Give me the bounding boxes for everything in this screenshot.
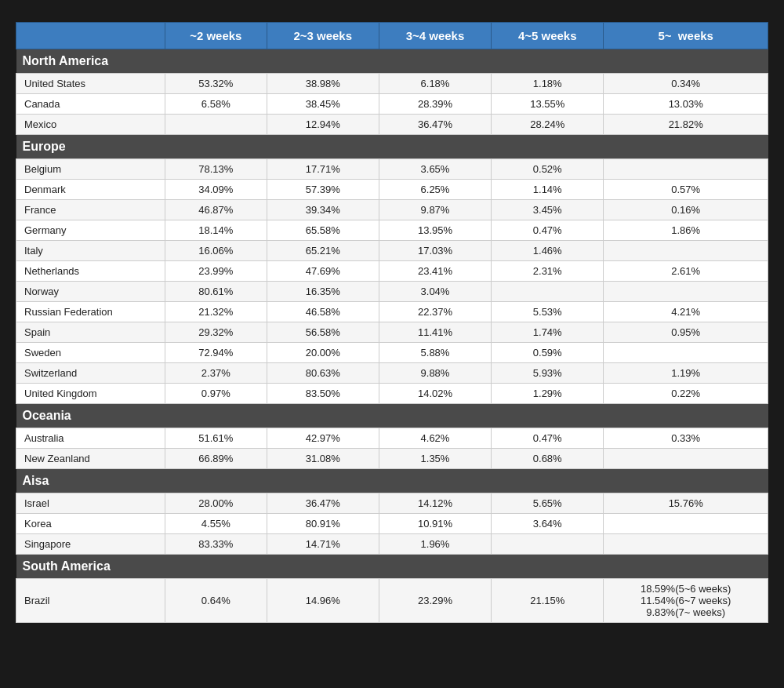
data-cell: 2.31% xyxy=(492,261,604,282)
country-cell: Sweden xyxy=(16,343,165,363)
country-cell: Australia xyxy=(16,428,165,449)
data-cell: 31.08% xyxy=(267,449,379,469)
data-cell: 1.46% xyxy=(492,241,604,261)
country-cell: Denmark xyxy=(16,180,165,200)
data-cell: 29.32% xyxy=(165,322,267,343)
country-cell: Singapore xyxy=(16,534,165,555)
data-cell xyxy=(492,282,604,302)
section-row-south-america: South America xyxy=(16,555,768,579)
data-cell: 5.65% xyxy=(492,493,604,514)
data-cell xyxy=(165,115,267,135)
country-cell: Germany xyxy=(16,220,165,241)
data-cell: 28.00% xyxy=(165,493,267,514)
table-row: Netherlands23.99%47.69%23.41%2.31%2.61% xyxy=(16,261,768,282)
data-cell: 21.82% xyxy=(604,115,768,135)
table-header-row: ~2 weeks 2~3 weeks 3~4 weeks 4~5 weeks 5… xyxy=(16,23,768,49)
country-cell: Korea xyxy=(16,514,165,534)
data-cell: 0.47% xyxy=(492,220,604,241)
section-row-oceania: Oceania xyxy=(16,404,768,428)
data-cell: 23.29% xyxy=(379,579,491,623)
data-cell xyxy=(604,159,768,180)
data-cell: 10.91% xyxy=(379,514,491,534)
data-cell: 21.15% xyxy=(492,579,604,623)
country-cell: France xyxy=(16,200,165,220)
section-label: South America xyxy=(16,555,768,579)
data-cell: 18.59%(5~6 weeks)11.54%(6~7 weeks)9.83%(… xyxy=(604,579,768,623)
data-cell: 3.04% xyxy=(379,282,491,302)
section-label: Aisa xyxy=(16,469,768,493)
country-cell: Russian Federation xyxy=(16,302,165,322)
section-row-aisa: Aisa xyxy=(16,469,768,493)
data-cell: 28.39% xyxy=(379,94,491,115)
data-cell: 13.03% xyxy=(604,94,768,115)
data-cell: 0.16% xyxy=(604,200,768,220)
data-cell: 16.06% xyxy=(165,241,267,261)
data-cell: 14.71% xyxy=(267,534,379,555)
data-cell: 0.52% xyxy=(492,159,604,180)
data-cell xyxy=(604,241,768,261)
data-cell: 5.53% xyxy=(492,302,604,322)
col-header-country xyxy=(16,23,165,49)
table-row: Denmark34.09%57.39%6.25%1.14%0.57% xyxy=(16,180,768,200)
main-container: ~2 weeks 2~3 weeks 3~4 weeks 4~5 weeks 5… xyxy=(8,8,776,631)
data-cell: 0.33% xyxy=(604,428,768,449)
data-cell: 57.39% xyxy=(267,180,379,200)
table-row: Sweden72.94%20.00%5.88%0.59% xyxy=(16,343,768,363)
data-cell: 0.47% xyxy=(492,428,604,449)
data-cell: 4.62% xyxy=(379,428,491,449)
data-cell: 6.18% xyxy=(379,74,491,94)
data-cell: 65.58% xyxy=(267,220,379,241)
data-cell: 12.94% xyxy=(267,115,379,135)
data-cell: 38.98% xyxy=(267,74,379,94)
country-cell: Canada xyxy=(16,94,165,115)
data-cell: 1.96% xyxy=(379,534,491,555)
data-cell: 15.76% xyxy=(604,493,768,514)
data-cell: 1.18% xyxy=(492,74,604,94)
table-row: Spain29.32%56.58%11.41%1.74%0.95% xyxy=(16,322,768,343)
data-cell: 83.50% xyxy=(267,384,379,404)
data-cell: 56.58% xyxy=(267,322,379,343)
data-cell: 3.65% xyxy=(379,159,491,180)
table-row: United Kingdom0.97%83.50%14.02%1.29%0.22… xyxy=(16,384,768,404)
data-cell: 17.03% xyxy=(379,241,491,261)
data-cell: 2.37% xyxy=(165,363,267,384)
country-cell: New Zeanland xyxy=(16,449,165,469)
table-row: Korea4.55%80.91%10.91%3.64% xyxy=(16,514,768,534)
col-header-4-5weeks: 4~5 weeks xyxy=(492,23,604,49)
data-cell: 1.14% xyxy=(492,180,604,200)
section-label: Oceania xyxy=(16,404,768,428)
data-cell: 5.88% xyxy=(379,343,491,363)
data-cell: 46.87% xyxy=(165,200,267,220)
data-cell: 22.37% xyxy=(379,302,491,322)
data-cell: 9.88% xyxy=(379,363,491,384)
data-cell: 1.86% xyxy=(604,220,768,241)
table-row: Canada6.58%38.45%28.39%13.55%13.03% xyxy=(16,94,768,115)
data-cell: 80.63% xyxy=(267,363,379,384)
data-cell: 36.47% xyxy=(267,493,379,514)
country-cell: Brazil xyxy=(16,579,165,623)
data-cell: 83.33% xyxy=(165,534,267,555)
data-cell: 72.94% xyxy=(165,343,267,363)
section-row-north-america: North America xyxy=(16,49,768,74)
country-cell: Israel xyxy=(16,493,165,514)
section-label: Europe xyxy=(16,135,768,159)
data-cell: 0.64% xyxy=(165,579,267,623)
data-cell: 18.14% xyxy=(165,220,267,241)
section-row-europe: Europe xyxy=(16,135,768,159)
data-cell xyxy=(492,534,604,555)
table-row: Mexico12.94%36.47%28.24%21.82% xyxy=(16,115,768,135)
data-cell: 2.61% xyxy=(604,261,768,282)
data-cell xyxy=(604,514,768,534)
table-row: Russian Federation21.32%46.58%22.37%5.53… xyxy=(16,302,768,322)
data-cell: 11.41% xyxy=(379,322,491,343)
data-cell: 13.95% xyxy=(379,220,491,241)
data-cell: 0.97% xyxy=(165,384,267,404)
data-cell: 14.02% xyxy=(379,384,491,404)
data-cell: 17.71% xyxy=(267,159,379,180)
data-cell xyxy=(604,282,768,302)
data-cell: 23.41% xyxy=(379,261,491,282)
data-cell: 78.13% xyxy=(165,159,267,180)
country-cell: Italy xyxy=(16,241,165,261)
data-cell: 42.97% xyxy=(267,428,379,449)
data-cell: 6.58% xyxy=(165,94,267,115)
